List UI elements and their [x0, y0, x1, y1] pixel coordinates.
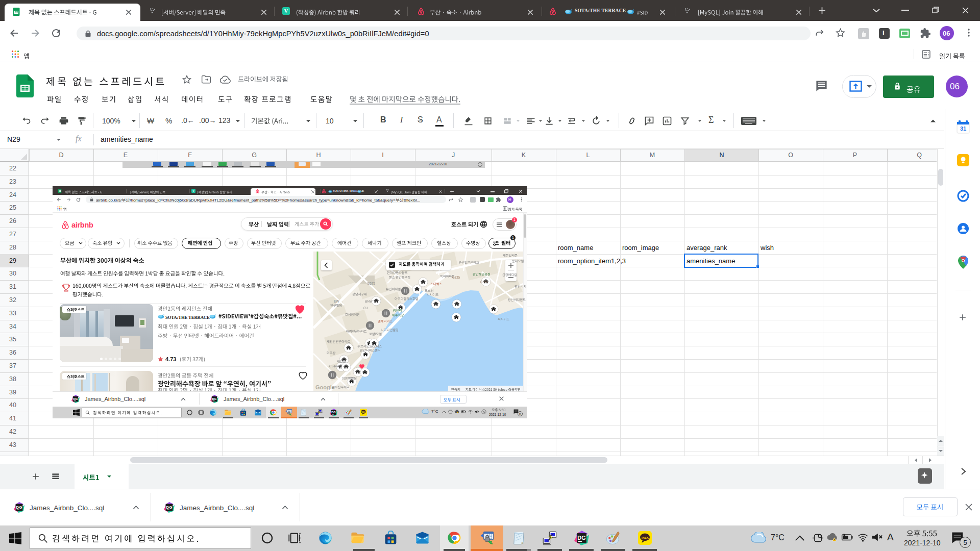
svg-text:TALK: TALK	[641, 536, 649, 539]
svg-text:V: V	[192, 189, 194, 192]
svg-text:V: V	[284, 8, 288, 14]
svg-text:DG: DG	[577, 535, 585, 541]
svg-text:TALK: TALK	[361, 411, 366, 413]
svg-text:31: 31	[960, 126, 966, 132]
svg-text:DG: DG	[166, 505, 173, 510]
svg-text:DG: DG	[331, 411, 336, 414]
svg-text:DG: DG	[74, 397, 78, 400]
svg-text:DG: DG	[16, 505, 22, 510]
svg-text:DG: DG	[212, 397, 217, 400]
